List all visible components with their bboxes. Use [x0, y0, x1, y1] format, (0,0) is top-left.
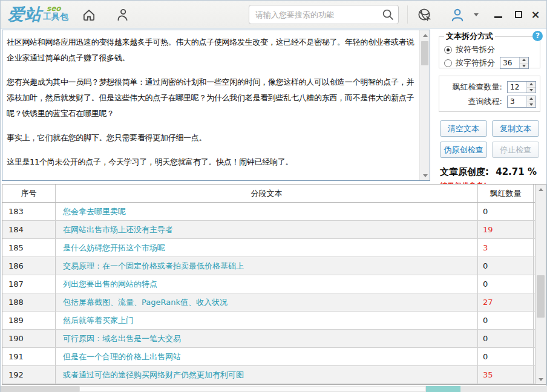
search-input[interactable] [249, 10, 381, 19]
row-segment-text[interactable]: 但是在一个合理的价格上出售网站 [56, 348, 478, 365]
home-icon[interactable] [81, 7, 97, 23]
stop-check-button[interactable]: 停止检查 [492, 142, 539, 158]
minimize-icon [494, 16, 502, 18]
row-index: 189 [2, 312, 56, 329]
table-scrollbar-thumb[interactable] [537, 275, 545, 318]
app-window: 爱站 seo 工具包 [0, 0, 547, 392]
row-segment-text[interactable]: 或者通过可信的途径购买网络财产仍然更加有利可图 [56, 366, 478, 384]
radio-split-by-char[interactable]: 按字符拆分 36 [444, 56, 536, 70]
radio-icon[interactable] [444, 59, 452, 67]
magnifier-icon[interactable] [381, 8, 395, 21]
table-body: 183 您会拿去哪里卖呢 0 184 在网站出售市场上还没有主导者 19 185… [2, 203, 546, 384]
app-logo: 爱站 seo 工具包 [8, 4, 68, 25]
char-split-spinner[interactable]: 36 [500, 57, 529, 69]
table-row[interactable]: 191 但是在一个合理的价格上出售网站 0 [2, 348, 546, 366]
editor-scrollbar[interactable] [419, 30, 430, 180]
radio-icon[interactable] [444, 46, 452, 54]
segments-table: 序号 分段文本 飘红数量 183 您会拿去哪里卖呢 0 184 在网站出售市场上… [2, 184, 546, 385]
hscroll-thumb[interactable] [79, 386, 426, 392]
table-row[interactable]: 190 可行原因：域名出售是一笔大交易 0 [2, 330, 546, 348]
chevron-down-icon[interactable] [474, 13, 479, 16]
row-segment-text[interactable]: 可行原因：域名出售是一笔大交易 [56, 330, 478, 347]
editor-paragraph: 您有兴趣成为其中一员吗？梦想很简单：通过周密的计划和一些空闲的时间，像您这样的人… [7, 74, 417, 122]
split-mode-title: 文本拆分方式 [444, 31, 495, 42]
close-button[interactable]: × [528, 8, 543, 21]
title-bar: 爱站 seo 工具包 [1, 1, 546, 28]
table-row[interactable]: 186 交易原理：在一个固定价格或者拍卖最低价格基础上 0 [2, 257, 546, 275]
row-red-count: 27 [478, 293, 534, 311]
row-segment-text[interactable]: 包括屏幕截图、流量、PageRank值、收入状况 [56, 293, 478, 311]
table-scrollbar[interactable] [535, 185, 546, 384]
hscroll-track-segment [1, 386, 79, 392]
editor-text[interactable]: 社区网站和网络应用迅速的变得越来越炙手可热。伟大的点子使网络发生改变，这已经不是… [2, 30, 419, 180]
spinner-up-icon[interactable] [520, 57, 528, 63]
close-icon: × [531, 9, 540, 20]
row-segment-text[interactable]: 您会拿去哪里卖呢 [56, 203, 478, 220]
scroll-down-icon[interactable] [536, 374, 546, 384]
query-settings-group: 飘红检查数量: 12 查询线程: 3 [439, 76, 540, 112]
table-row[interactable]: 187 列出您要出售的网站的特点 0 [2, 275, 546, 293]
copy-text-button[interactable]: 复制文本 [492, 120, 539, 137]
red-check-count-row: 飘红检查数量: 12 [444, 80, 536, 94]
row-segment-text[interactable]: 列出您要出售的网站的特点 [56, 275, 478, 293]
originality-value: 42.71 % [496, 166, 537, 177]
row-red-count: 0 [478, 348, 534, 365]
split-mode-group: 文本拆分方式 按符号拆分 按字符拆分 36 [439, 31, 540, 68]
table-row[interactable]: 185 是什么妨碍您开拓这个市场呢 3 [2, 239, 546, 257]
settings-panel: ? 文本拆分方式 按符号拆分 按字符拆分 36 [433, 28, 546, 182]
row-index: 190 [2, 330, 56, 347]
editor-paragraph: 事实上，它们就在您的脚下。您只需要看得更加仔细一点。 [7, 130, 417, 146]
person-outline-icon[interactable] [114, 7, 130, 23]
question-mark-icon[interactable]: ? [532, 31, 543, 41]
row-index: 191 [2, 348, 56, 365]
row-red-count: 35 [478, 366, 534, 384]
column-header-text[interactable]: 分段文本 [56, 185, 478, 202]
maximize-button[interactable] [511, 8, 526, 21]
column-header-index[interactable]: 序号 [2, 185, 56, 202]
scroll-up-icon[interactable] [420, 30, 430, 40]
user-icon[interactable] [450, 7, 465, 23]
logo-text-main: 爱站 [8, 4, 42, 25]
thread-spinner[interactable]: 3 [507, 96, 536, 108]
originality-check-button[interactable]: 伪原创检查 [440, 142, 487, 158]
spinner-down-icon[interactable] [527, 87, 536, 93]
horizontal-scrollbar[interactable] [1, 386, 547, 392]
spinner-up-icon[interactable] [527, 96, 536, 102]
row-red-count: 3 [478, 239, 534, 256]
table-row[interactable]: 184 在网站出售市场上还没有主导者 19 [2, 221, 546, 239]
table-row[interactable]: 189 然后就等着买家上门 0 [2, 312, 546, 330]
spinner-down-icon[interactable] [527, 102, 536, 108]
search-box [249, 5, 399, 24]
action-buttons: 清空文本 复制文本 伪原创检查 停止检查 [440, 120, 539, 158]
table-row[interactable]: 188 包括屏幕截图、流量、PageRank值、收入状况 27 [2, 293, 546, 312]
row-segment-text[interactable]: 在网站出售市场上还没有主导者 [56, 221, 478, 238]
row-red-count: 0 [478, 257, 534, 275]
spinner-up-icon[interactable] [527, 82, 536, 87]
column-header-count[interactable]: 飘红数量 [478, 185, 534, 202]
row-index: 183 [2, 203, 56, 220]
radio-split-by-symbol[interactable]: 按符号拆分 [444, 43, 536, 56]
article-textarea[interactable]: 社区网站和网络应用迅速的变得越来越炙手可热。伟大的点子使网络发生改变，这已经不是… [2, 30, 430, 181]
table-row[interactable]: 192 或者通过可信的途径购买网络财产仍然更加有利可图 35 [2, 366, 546, 384]
globe-icon[interactable] [416, 7, 432, 23]
maximize-icon [515, 11, 522, 18]
row-segment-text[interactable]: 交易原理：在一个固定价格或者拍卖最低价格基础上 [56, 257, 478, 275]
table-header-row: 序号 分段文本 飘红数量 [2, 185, 546, 203]
red-check-spinner[interactable]: 12 [507, 81, 536, 93]
scroll-down-icon[interactable] [420, 171, 430, 180]
row-segment-text[interactable]: 是什么妨碍您开拓这个市场呢 [56, 239, 478, 256]
row-index: 186 [2, 257, 56, 275]
row-red-count: 19 [478, 221, 534, 238]
editor-paragraph: 社区网站和网络应用迅速的变得越来越炙手可热。伟大的点子使网络发生改变，这已经不是… [7, 34, 417, 66]
spinner-down-icon[interactable] [520, 63, 528, 69]
clear-text-button[interactable]: 清空文本 [440, 120, 487, 137]
row-red-count: 0 [478, 275, 534, 293]
editor-scrollbar-thumb[interactable] [421, 41, 428, 65]
table-row[interactable]: 183 您会拿去哪里卖呢 0 [2, 203, 546, 221]
hscroll-accent-segment [426, 386, 460, 392]
logo-text-sub: 工具包 [43, 12, 68, 21]
minimize-button[interactable] [491, 8, 505, 21]
scroll-up-icon[interactable] [536, 185, 546, 194]
row-segment-text[interactable]: 然后就等着买家上门 [56, 312, 478, 329]
row-red-count: 0 [478, 330, 534, 347]
